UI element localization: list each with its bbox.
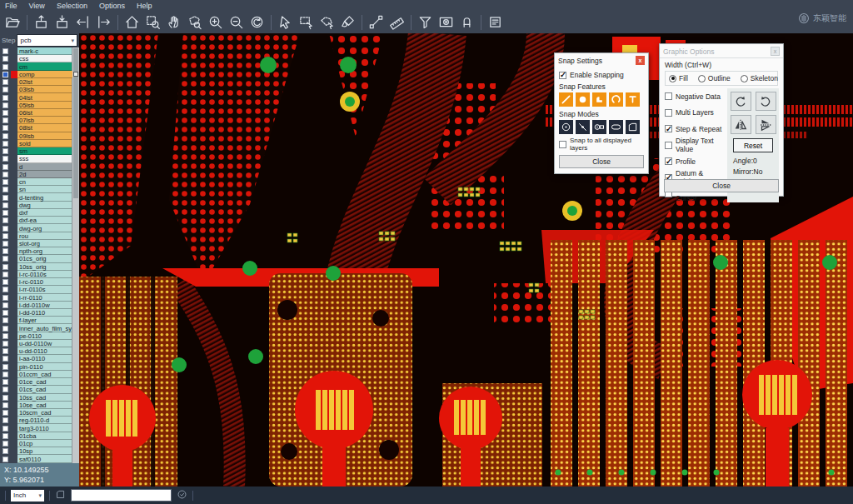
- layer-row[interactable]: i-rr-0110s: [0, 286, 79, 293]
- layer-checkbox[interactable]: [2, 72, 8, 77]
- layer-row[interactable]: pin-0110: [0, 363, 79, 371]
- layer-checkbox[interactable]: [2, 317, 8, 323]
- home-view-button[interactable]: [122, 12, 142, 32]
- reset-button[interactable]: Reset: [733, 138, 773, 152]
- zoom-in-button[interactable]: [205, 12, 226, 32]
- width-radio[interactable]: Fill: [669, 74, 688, 82]
- select-rectangle-button[interactable]: [296, 12, 317, 32]
- layer-row[interactable]: mark-c: [0, 47, 79, 55]
- measure-line-button[interactable]: [366, 12, 387, 32]
- layer-checkbox[interactable]: [2, 95, 8, 101]
- graphic-option-row[interactable]: Negative Data: [665, 88, 724, 105]
- layer-checkbox[interactable]: [2, 217, 8, 223]
- layer-row[interactable]: 01cba: [0, 432, 79, 440]
- snap-arc-button[interactable]: [609, 92, 623, 107]
- layer-row[interactable]: d: [0, 163, 79, 171]
- layer-row[interactable]: 01cs_orig: [0, 255, 79, 262]
- load-right-button[interactable]: [93, 12, 114, 32]
- step-select[interactable]: pcb ▾: [17, 34, 77, 47]
- command-input[interactable]: [71, 489, 172, 502]
- layer-checkbox[interactable]: [2, 379, 8, 385]
- import-up-button[interactable]: [31, 12, 52, 32]
- layer-row[interactable]: 10se_cad: [0, 402, 79, 409]
- layer-row[interactable]: dxf: [0, 209, 79, 217]
- close-icon[interactable]: x: [771, 47, 780, 56]
- layer-row[interactable]: 01ce_cad: [0, 378, 79, 386]
- radio-icon[interactable]: [669, 75, 676, 82]
- snap-magnet-button[interactable]: [456, 12, 477, 32]
- zoom-out-button[interactable]: [226, 12, 247, 32]
- layer-checkbox[interactable]: [2, 172, 8, 177]
- zoom-window-button[interactable]: [142, 12, 163, 32]
- layer-checkbox[interactable]: [2, 164, 8, 170]
- zoom-polygon-button[interactable]: [184, 12, 205, 32]
- menu-view[interactable]: View: [29, 2, 45, 10]
- layer-checkbox[interactable]: [2, 348, 8, 354]
- layer-checkbox[interactable]: [2, 179, 8, 185]
- snap-all-layers-row[interactable]: Snap to all displayed layers: [559, 137, 644, 152]
- layer-row[interactable]: u-dd-0110w: [0, 340, 79, 347]
- snap-circle-button[interactable]: [576, 92, 590, 107]
- layer-checkbox[interactable]: [2, 56, 8, 62]
- layer-checkbox[interactable]: [2, 333, 8, 339]
- layer-checkbox[interactable]: [2, 387, 8, 392]
- enable-snapping-checkbox[interactable]: [559, 72, 566, 79]
- layer-row[interactable]: 01cs_cad: [0, 386, 79, 393]
- select-button[interactable]: [275, 12, 296, 32]
- rotate-ccw-button[interactable]: [756, 92, 776, 111]
- layer-checkbox[interactable]: [2, 64, 8, 70]
- graphic-option-row[interactable]: Display Text Value: [665, 137, 724, 154]
- layer-row[interactable]: dxf-ea: [0, 217, 79, 224]
- layer-checkbox[interactable]: [2, 210, 8, 216]
- mirror-vertical-button[interactable]: [756, 115, 776, 134]
- layer-checkbox[interactable]: [2, 402, 8, 408]
- measure-ruler-button[interactable]: [387, 12, 407, 32]
- layer-row[interactable]: 01ccm_cad: [0, 371, 79, 378]
- snap-slot-button[interactable]: [609, 120, 623, 134]
- layer-checkbox[interactable]: [2, 395, 8, 401]
- snap-center-button[interactable]: [559, 120, 573, 134]
- layer-checkbox[interactable]: [2, 226, 8, 232]
- layer-row[interactable]: 10ss_cad: [0, 394, 79, 402]
- layer-checkbox[interactable]: [2, 141, 8, 147]
- layer-row[interactable]: i-dd-0110: [0, 309, 79, 317]
- layer-checkbox[interactable]: [2, 341, 8, 347]
- layer-checkbox[interactable]: [2, 264, 8, 270]
- layer-row[interactable]: slot-org: [0, 240, 79, 247]
- layer-row[interactable]: cn: [0, 178, 79, 186]
- zoom-previous-button[interactable]: [247, 12, 267, 32]
- layer-row[interactable]: sm: [0, 147, 79, 155]
- layer-row[interactable]: 08lst: [0, 124, 79, 132]
- layer-scrollbar[interactable]: [72, 47, 79, 463]
- layer-checkbox[interactable]: [2, 248, 8, 254]
- layer-checkbox[interactable]: [2, 79, 8, 85]
- enable-snapping-row[interactable]: Enable Snapping: [559, 71, 644, 79]
- layer-row[interactable]: npth-org: [0, 247, 79, 255]
- layer-row[interactable]: 01cp: [0, 440, 79, 447]
- layer-row[interactable]: 05lsb: [0, 102, 79, 109]
- graphic-option-row[interactable]: Multi Layers: [665, 105, 724, 122]
- graphic-option-row[interactable]: Profile: [665, 153, 724, 170]
- layer-row[interactable]: saf0110: [0, 455, 79, 462]
- layer-row[interactable]: d-tenting: [0, 193, 79, 201]
- layer-row[interactable]: i-dd-0110w: [0, 302, 79, 309]
- menu-options[interactable]: Options: [99, 2, 125, 10]
- open-folder-button[interactable]: [2, 12, 23, 32]
- layer-row[interactable]: 10scm_cad: [0, 409, 79, 417]
- graphic-dialog-titlebar[interactable]: Graphic Options x: [660, 44, 783, 57]
- layer-checkbox[interactable]: [2, 195, 8, 201]
- layer-checkbox[interactable]: [2, 441, 8, 447]
- radio-icon[interactable]: [741, 75, 748, 82]
- layer-checkbox[interactable]: [2, 287, 8, 292]
- layer-row[interactable]: dwg-org: [0, 224, 79, 232]
- filter-button[interactable]: [415, 12, 436, 32]
- rotate-cw-button[interactable]: [731, 92, 751, 111]
- menu-help[interactable]: Help: [137, 2, 152, 10]
- layer-checkbox[interactable]: [2, 117, 8, 123]
- layer-checkbox[interactable]: [2, 87, 8, 92]
- layer-checkbox[interactable]: [2, 148, 8, 154]
- option-checkbox[interactable]: [665, 92, 672, 100]
- layer-row[interactable]: css: [0, 55, 79, 62]
- layer-checkbox[interactable]: [2, 433, 8, 439]
- menu-selection[interactable]: Selection: [57, 2, 87, 10]
